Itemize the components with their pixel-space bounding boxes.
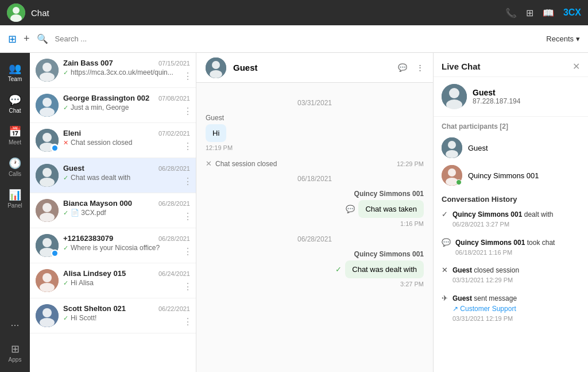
conversation-history: Conversation History ✓ Quincy Simmons 00…	[434, 189, 588, 337]
chat-messages: 03/31/2021 Guest Hi 12:19 PM ✕ Chat sess…	[196, 83, 433, 372]
chat-icon-button[interactable]: 💬	[398, 63, 407, 72]
more-options-button[interactable]: ⋮	[183, 141, 192, 152]
list-item[interactable]: George Brassington 002 07/08/2021 ✓ Just…	[30, 88, 196, 123]
guest-ip: 87.228.187.194	[473, 97, 520, 105]
history-item: ✓ Quincy Simmons 001 dealt with 06/28/20…	[442, 209, 580, 229]
more-options-button[interactable]: ⋮	[183, 211, 192, 222]
status-indicator	[51, 144, 59, 152]
brand-logo: 3CX	[563, 7, 581, 18]
guest-avatar	[442, 84, 467, 109]
msg-group: Quincy Simmons 001 ✓ Chat was dealt with…	[206, 250, 424, 287]
svg-point-1	[13, 7, 20, 14]
system-message: ✕ Chat session closed 12:29 PM	[206, 159, 424, 168]
avatar	[36, 94, 59, 117]
svg-point-22	[42, 273, 52, 282]
chat-header: Guest 💬 ⋮	[196, 53, 433, 83]
status-indicator	[51, 250, 59, 257]
history-title: Conversation History	[442, 195, 580, 204]
send-icon: ✈	[442, 294, 448, 302]
message-bubble: Chat was dealt with	[345, 260, 424, 278]
list-item[interactable]: +12162383079 06/28/2021 ✓ Where is your …	[30, 228, 196, 263]
svg-point-28	[212, 61, 220, 69]
more-options-button[interactable]: ⋮	[183, 71, 192, 82]
guest-section: Guest 87.228.187.194	[434, 77, 588, 117]
svg-point-16	[42, 203, 52, 212]
svg-point-8	[40, 108, 55, 117]
svg-point-14	[40, 178, 55, 187]
close-icon: ✕	[442, 266, 448, 274]
main-area: 👥 Team 💬 Chat 📅 Meet 🕐 Calls 📊 Panel ···…	[0, 53, 588, 372]
topbar-icons: 📞 ⊞ 📖 3CX	[505, 7, 581, 18]
participant-name: Quincy Simmons 001	[468, 171, 539, 180]
sidebar: 👥 Team 💬 Chat 📅 Meet 🕐 Calls 📊 Panel ···…	[0, 53, 30, 372]
svg-point-19	[42, 238, 52, 247]
more-options-button[interactable]: ⋮	[183, 246, 192, 257]
windows-icon[interactable]: ⊞	[8, 33, 17, 45]
live-chat-panel: Live Chat ✕ Guest 87.228.187.194 Chat pa…	[433, 53, 588, 372]
sidebar-item-calls[interactable]: 🕐 Calls	[0, 152, 30, 182]
phone-icon[interactable]: 📞	[505, 7, 517, 18]
more-options-button[interactable]: ⋮	[416, 63, 424, 72]
msg-group: Quincy Simmons 001 💬 Chat was taken 1:16…	[206, 190, 424, 227]
searchbar: ⊞ + 🔍 Recents ▾	[0, 25, 588, 53]
sidebar-item-team[interactable]: 👥 Team	[0, 57, 30, 87]
avatar	[36, 269, 59, 292]
history-item: 💬 Quincy Simmons 001 took chat 06/18/202…	[442, 237, 580, 258]
sidebar-item-apps[interactable]: ⊞ Apps	[0, 338, 30, 367]
more-options-button[interactable]: ⋮	[183, 176, 192, 187]
svg-point-7	[42, 98, 52, 107]
svg-point-35	[446, 150, 458, 158]
dealt-icon: ✓	[335, 265, 342, 274]
chat-main: Guest 💬 ⋮ 03/31/2021 Guest Hi 12:19 PM ✕…	[196, 53, 433, 372]
check-icon: ✓	[442, 210, 448, 218]
avatar	[36, 304, 59, 327]
sidebar-item-chat[interactable]: 💬 Chat	[0, 89, 30, 118]
date-divider: 06/18/2021	[206, 175, 424, 183]
participant-item: Guest	[434, 134, 588, 162]
new-chat-button[interactable]: +	[24, 33, 30, 45]
apps-icon: ⊞	[11, 343, 20, 355]
search-input[interactable]	[55, 34, 540, 43]
message-bubble: Chat was taken	[358, 200, 424, 218]
list-item[interactable]: Eleni 07/02/2021 ✕ Chat session closed ⋮	[30, 123, 196, 158]
more-options-button[interactable]: ⋮	[183, 281, 192, 292]
participant-item: Quincy Simmons 001	[434, 162, 588, 189]
meet-icon: 📅	[9, 125, 21, 138]
team-icon: 👥	[9, 62, 21, 75]
sidebar-item-more[interactable]: ···	[0, 315, 30, 336]
participant-name: Guest	[468, 144, 488, 152]
more-options-button[interactable]: ⋮	[183, 106, 192, 117]
user-avatar[interactable]	[7, 3, 25, 22]
participant-avatar	[442, 165, 462, 186]
grid-icon[interactable]: ⊞	[526, 7, 533, 18]
online-indicator	[456, 179, 462, 185]
recents-button[interactable]: Recents ▾	[546, 34, 580, 43]
book-icon[interactable]: 📖	[543, 7, 554, 18]
search-icon: 🔍	[37, 33, 48, 44]
svg-point-10	[42, 133, 52, 142]
guest-name: Guest	[473, 88, 520, 97]
svg-point-37	[448, 168, 456, 177]
chat-header-name: Guest	[233, 63, 391, 72]
panel-icon: 📊	[9, 189, 21, 201]
list-item[interactable]: Scott Shelton 021 06/22/2021 ✓ Hi Scott!…	[30, 298, 196, 333]
svg-point-23	[40, 283, 55, 292]
list-item[interactable]: Guest 06/28/2021 ✓ Chat was dealt with ⋮	[30, 158, 196, 193]
list-item[interactable]: Zain Bass 007 07/15/2021 ✓ https://mca.3…	[30, 53, 196, 88]
more-options-button[interactable]: ⋮	[183, 316, 192, 327]
close-icon: ✕	[206, 159, 212, 168]
list-item[interactable]: Bianca Mayson 000 06/28/2021 ✓ 📄 3CX.pdf…	[30, 193, 196, 228]
chat-header-avatar	[206, 57, 226, 78]
svg-point-5	[40, 72, 55, 82]
sidebar-item-panel[interactable]: 📊 Panel	[0, 184, 30, 213]
sidebar-item-meet[interactable]: 📅 Meet	[0, 121, 30, 150]
msg-group: Guest Hi 12:19 PM	[206, 114, 424, 151]
participants-label: Chat participants [2]	[434, 117, 588, 134]
svg-point-29	[210, 70, 222, 78]
live-chat-header: Live Chat ✕	[434, 53, 588, 77]
date-divider: 03/31/2021	[206, 99, 424, 107]
list-item[interactable]: Alisa Lindsey 015 06/24/2021 ✓ Hi Alisa …	[30, 263, 196, 298]
history-item: ✕ Guest closed session 03/31/2021 12:29 …	[442, 265, 580, 285]
close-button[interactable]: ✕	[572, 61, 580, 72]
chat-header-icons: 💬 ⋮	[398, 63, 424, 72]
